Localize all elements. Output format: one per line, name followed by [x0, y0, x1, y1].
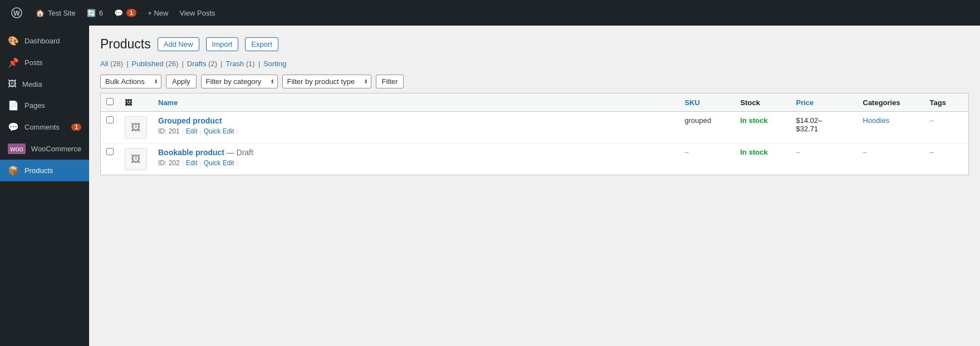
- sidebar-item-label: Dashboard: [24, 37, 60, 45]
- stock-status: In stock: [741, 116, 768, 125]
- product-name-cell: Grouped product ID: 201 | Edit | Quick E…: [153, 112, 679, 144]
- col-checkbox: [101, 93, 120, 112]
- sidebar-item-comments[interactable]: 💬 Comments 1: [0, 116, 89, 138]
- products-table: 🖼 Name SKU Stock Price Categories Tags: [100, 93, 969, 175]
- quick-edit-link[interactable]: Quick Edit: [204, 127, 234, 135]
- col-name-header: Name: [153, 93, 679, 112]
- view-posts-link[interactable]: View Posts: [175, 0, 219, 26]
- product-name-link[interactable]: Grouped product: [158, 116, 222, 125]
- filter-all-link[interactable]: All (28): [100, 60, 123, 68]
- wp-logo[interactable]: W: [4, 0, 29, 26]
- page-title: Products: [100, 37, 151, 52]
- row-actions: ID: 202 | Edit | Quick Edit |: [158, 159, 674, 167]
- product-thumbnail: 🖼: [125, 148, 147, 170]
- product-name-cell: Bookable product — Draft ID: 202 | Edit …: [153, 144, 679, 175]
- bulk-actions-select[interactable]: Bulk Actions: [100, 75, 161, 88]
- category-link[interactable]: Hoodies: [863, 116, 890, 125]
- sidebar-item-label: Products: [24, 166, 53, 175]
- table-nav: Bulk Actions ⬍ Apply Filter by category …: [100, 75, 969, 88]
- col-price-header: Price: [791, 93, 857, 112]
- product-thumbnail-cell: 🖼: [119, 112, 153, 144]
- svg-text:W: W: [13, 9, 20, 17]
- new-content-link[interactable]: + New: [143, 0, 173, 26]
- categories-value: –: [863, 148, 867, 156]
- product-stock-cell: In stock: [735, 144, 791, 175]
- posts-icon: 📌: [8, 57, 19, 68]
- filter-category-wrap: Filter by category ⬍: [201, 75, 278, 88]
- site-name-link[interactable]: 🏠 Test Site: [31, 0, 80, 26]
- product-tags-cell: –: [924, 144, 969, 175]
- product-categories-cell: –: [857, 144, 924, 175]
- comments-badge: 1: [126, 9, 136, 17]
- product-tags-cell: –: [924, 112, 969, 144]
- filter-button[interactable]: Filter: [376, 75, 404, 88]
- sort-sku-link[interactable]: SKU: [685, 98, 700, 107]
- content-area: Products Add New Import Export All (28) …: [89, 26, 980, 346]
- product-thumbnail-cell: 🖼: [119, 144, 153, 175]
- product-id: ID: 201: [158, 127, 180, 135]
- comments-link[interactable]: 💬 1: [110, 0, 141, 26]
- updates-link[interactable]: 🔄 6: [82, 0, 107, 26]
- sidebar-item-label: Posts: [24, 58, 43, 67]
- bulk-actions-wrap: Bulk Actions ⬍: [100, 75, 161, 88]
- sidebar-item-label: Media: [22, 80, 42, 88]
- filter-type-select[interactable]: Filter by product type: [282, 75, 371, 88]
- tags-value: –: [930, 116, 934, 125]
- row-actions: ID: 201 | Edit | Quick Edit |: [158, 127, 674, 135]
- filter-links: All (28) | Published (26) | Drafts (2) |…: [100, 60, 969, 68]
- sidebar-item-posts[interactable]: 📌 Posts: [0, 52, 89, 73]
- page-header: Products Add New Import Export: [100, 37, 969, 52]
- edit-link[interactable]: Edit: [186, 127, 198, 135]
- table-row: 🖼 Grouped product ID: 201 | Edit | Quick…: [101, 112, 969, 144]
- comments-nav-icon: 💬: [8, 122, 19, 132]
- filter-sorting-link[interactable]: Sorting: [263, 60, 286, 68]
- sidebar-item-label: Pages: [24, 101, 45, 110]
- sidebar-item-dashboard[interactable]: 🎨 Dashboard: [0, 30, 89, 52]
- thumbnail-icon: 🖼: [125, 98, 132, 107]
- product-id: ID: 202: [158, 159, 180, 167]
- row-checkbox[interactable]: [106, 148, 114, 155]
- filter-drafts-link[interactable]: Drafts (2): [187, 60, 217, 68]
- apply-button[interactable]: Apply: [166, 75, 197, 88]
- col-categories-header: Categories: [857, 93, 924, 112]
- row-checkbox-cell: [101, 112, 120, 144]
- updates-count: 6: [99, 9, 103, 17]
- filter-published-link[interactable]: Published (26): [132, 60, 179, 68]
- product-thumbnail: 🖼: [125, 116, 147, 139]
- sidebar-item-woocommerce[interactable]: woo WooCommerce: [0, 138, 89, 160]
- sidebar-item-products[interactable]: 📦 Products: [0, 160, 89, 181]
- updates-icon: 🔄: [87, 9, 96, 17]
- sidebar-item-pages[interactable]: 📄 Pages: [0, 95, 89, 116]
- table-header-row: 🖼 Name SKU Stock Price Categories Tags: [101, 93, 969, 112]
- woocommerce-icon: woo: [8, 144, 26, 154]
- product-sku-cell: grouped: [679, 112, 735, 144]
- sort-name-link[interactable]: Name: [158, 98, 178, 107]
- sort-price-link[interactable]: Price: [796, 98, 814, 107]
- product-name-link[interactable]: Bookable product: [158, 148, 224, 157]
- media-icon: 🖼: [8, 79, 17, 89]
- product-price: $14.02–$32.71: [796, 116, 822, 133]
- view-posts-label: View Posts: [179, 9, 215, 17]
- filter-category-select[interactable]: Filter by category: [201, 75, 278, 88]
- sidebar-item-label: Comments: [24, 123, 60, 131]
- row-checkbox[interactable]: [106, 116, 114, 123]
- comments-icon: 💬: [114, 9, 123, 17]
- edit-link[interactable]: Edit: [186, 159, 198, 167]
- stock-status: In stock: [741, 148, 768, 156]
- import-button[interactable]: Import: [206, 37, 239, 51]
- image-placeholder-icon: 🖼: [131, 154, 141, 165]
- pages-icon: 📄: [8, 100, 19, 111]
- draft-label: — Draft: [227, 148, 253, 157]
- export-button[interactable]: Export: [245, 37, 278, 51]
- product-categories-cell: Hoodies: [857, 112, 924, 144]
- home-icon: 🏠: [36, 9, 45, 17]
- sidebar-item-media[interactable]: 🖼 Media: [0, 73, 89, 95]
- admin-bar: W 🏠 Test Site 🔄 6 💬 1 + New View Posts: [0, 0, 980, 26]
- add-new-button[interactable]: Add New: [158, 37, 199, 51]
- comments-menu-badge: 1: [71, 123, 81, 131]
- select-all-checkbox[interactable]: [106, 98, 114, 105]
- tags-value: –: [930, 148, 934, 156]
- filter-type-wrap: Filter by product type ⬍: [282, 75, 371, 88]
- filter-trash-link[interactable]: Trash (1): [226, 60, 254, 68]
- quick-edit-link[interactable]: Quick Edit: [204, 159, 234, 167]
